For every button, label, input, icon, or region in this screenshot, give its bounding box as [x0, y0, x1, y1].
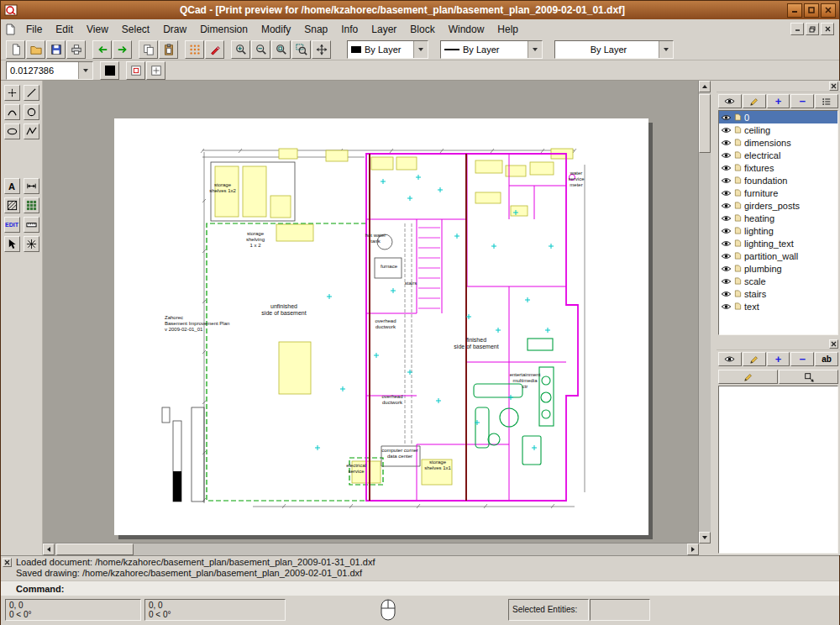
- block-add-button[interactable]: +: [767, 352, 790, 366]
- block-panel-close-button[interactable]: [829, 339, 838, 349]
- layer-row-ceiling[interactable]: ceiling: [719, 123, 837, 136]
- scroll-down-button[interactable]: [699, 532, 711, 544]
- scroll-up-button[interactable]: [699, 81, 711, 92]
- mdi-minimize-button[interactable]: [790, 23, 804, 35]
- zoom-window-button[interactable]: [291, 40, 311, 59]
- scale-combo[interactable]: 0.0127386: [6, 61, 93, 80]
- zoom-out-button[interactable]: [251, 40, 270, 59]
- layer-row-foundation[interactable]: foundation: [719, 174, 837, 186]
- mdi-restore-button[interactable]: [806, 23, 819, 35]
- menu-item-edit[interactable]: Edit: [49, 20, 80, 39]
- layer-row-partition_wall[interactable]: partition_wall: [719, 249, 837, 262]
- eye-icon[interactable]: [721, 152, 732, 159]
- block-edit-button[interactable]: [743, 352, 766, 366]
- menu-item-select[interactable]: Select: [115, 20, 156, 39]
- drawing-canvas[interactable]: Zahorec Basement Improvement Plan v 2009…: [43, 81, 711, 555]
- zoom-pan-button[interactable]: [312, 40, 331, 59]
- block-remove-button[interactable]: −: [790, 352, 814, 366]
- eye-icon[interactable]: [721, 202, 732, 209]
- layer-row-girders_posts[interactable]: girders_posts: [719, 199, 837, 212]
- select-tool-button[interactable]: [4, 236, 20, 252]
- menu-item-file[interactable]: File: [19, 20, 49, 39]
- hatch-tool-button[interactable]: [4, 197, 20, 213]
- ellipse-tool-button[interactable]: [4, 123, 20, 139]
- layer-remove-button[interactable]: −: [790, 94, 814, 108]
- layer-panel-handle[interactable]: [717, 81, 840, 92]
- layer-row-0[interactable]: 0: [719, 111, 837, 123]
- layer-row-heating[interactable]: heating: [719, 212, 837, 224]
- polyline-tool-button[interactable]: [24, 123, 39, 139]
- eye-icon[interactable]: [721, 190, 732, 197]
- layer-row-plumbing[interactable]: plumbing: [719, 262, 837, 275]
- dimension-tool-button[interactable]: [24, 178, 39, 194]
- zoom-auto-button[interactable]: [271, 40, 291, 59]
- horizontal-scrollbar[interactable]: [43, 543, 699, 555]
- eye-icon[interactable]: [721, 165, 732, 171]
- minimize-button[interactable]: [787, 3, 802, 18]
- layer-row-electrical[interactable]: electrical: [719, 149, 837, 161]
- undo-button[interactable]: [92, 40, 112, 59]
- save-button[interactable]: [46, 40, 66, 59]
- eye-icon[interactable]: [721, 265, 732, 272]
- eye-icon[interactable]: [721, 215, 732, 222]
- paste-button[interactable]: [159, 40, 178, 59]
- menu-item-draw[interactable]: Draw: [156, 20, 193, 39]
- eye-icon[interactable]: [721, 240, 732, 247]
- new-file-button[interactable]: [6, 40, 25, 59]
- close-button[interactable]: [821, 3, 836, 18]
- horizontal-scroll-thumb[interactable]: [56, 544, 134, 555]
- layer-row-stairs[interactable]: stairs: [719, 287, 837, 300]
- center-page-button[interactable]: [146, 61, 165, 80]
- block-edit-entities-button[interactable]: [718, 370, 778, 384]
- block-panel-handle[interactable]: [717, 339, 840, 350]
- copy-button[interactable]: [139, 40, 158, 59]
- menu-item-view[interactable]: View: [80, 20, 115, 39]
- menu-item-snap[interactable]: Snap: [297, 20, 334, 39]
- arc-tool-button[interactable]: [4, 104, 20, 120]
- command-input[interactable]: [64, 581, 839, 596]
- block-list[interactable]: [718, 386, 838, 554]
- bw-toggle-button[interactable]: [100, 61, 119, 80]
- eye-icon[interactable]: [721, 303, 732, 310]
- layer-menu-button[interactable]: [815, 94, 838, 108]
- text-tool-button[interactable]: A: [4, 178, 20, 194]
- layer-edit-button[interactable]: [743, 94, 766, 108]
- layer-list[interactable]: 0ceilingdimensionselectricalfixturesfoun…: [718, 110, 838, 335]
- explode-tool-button[interactable]: [24, 236, 39, 252]
- vertical-scrollbar[interactable]: [698, 81, 711, 544]
- layer-row-dimensions[interactable]: dimensions: [719, 136, 837, 149]
- point-tool-button[interactable]: [4, 85, 20, 101]
- layer-row-scale[interactable]: scale: [719, 275, 837, 287]
- eye-icon[interactable]: [721, 127, 732, 134]
- linewidth-combo[interactable]: By Layer: [440, 40, 543, 59]
- measure-tool-button[interactable]: [24, 217, 39, 233]
- menu-item-block[interactable]: Block: [403, 20, 441, 39]
- mdi-close-button[interactable]: [821, 23, 834, 35]
- menu-item-info[interactable]: Info: [334, 20, 365, 39]
- edit-tool-button[interactable]: EDIT: [4, 217, 20, 233]
- snap-grid-button[interactable]: [185, 40, 204, 59]
- eye-icon[interactable]: [721, 228, 732, 234]
- eye-icon[interactable]: [721, 278, 732, 285]
- layer-visibility-button[interactable]: [718, 94, 742, 108]
- color-combo[interactable]: By Layer: [347, 40, 428, 59]
- zoom-in-button[interactable]: [231, 40, 250, 59]
- menu-item-window[interactable]: Window: [442, 20, 491, 39]
- redo-button[interactable]: [113, 40, 132, 59]
- menu-item-help[interactable]: Help: [491, 20, 525, 39]
- scroll-left-button[interactable]: [43, 544, 55, 555]
- scroll-right-button[interactable]: [687, 544, 699, 555]
- linestyle-combo[interactable]: By Layer: [554, 40, 674, 59]
- block-visibility-button[interactable]: [718, 352, 742, 366]
- layer-panel-close-button[interactable]: [829, 81, 838, 91]
- eye-icon[interactable]: [721, 114, 732, 121]
- menu-item-modify[interactable]: Modify: [255, 20, 297, 39]
- insert-tool-button[interactable]: [24, 197, 39, 213]
- block-rename-button[interactable]: ab: [815, 352, 838, 366]
- command-close-button[interactable]: [3, 558, 12, 567]
- print-button[interactable]: [66, 40, 86, 59]
- eye-icon[interactable]: [721, 139, 732, 146]
- maximize-button[interactable]: [804, 3, 819, 18]
- eye-icon[interactable]: [721, 253, 732, 260]
- layer-row-furniture[interactable]: furniture: [719, 186, 837, 199]
